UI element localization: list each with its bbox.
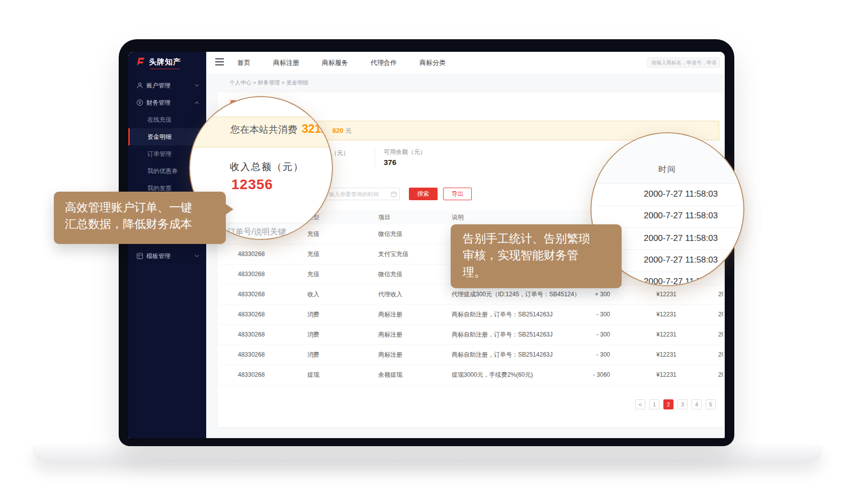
nav-item-trademark-register[interactable]: 商标注册 (273, 58, 299, 67)
page-button-2-active[interactable]: 2 (663, 399, 673, 409)
chevron-down-icon (195, 84, 199, 87)
cell-order: 48330268 (238, 285, 265, 304)
cell-order: 48330268 (238, 365, 265, 385)
cell-type: 充值 (307, 265, 319, 284)
calendar-icon (391, 191, 397, 197)
cell-balance: ¥12231 (656, 365, 676, 385)
cell-time: 2000-7-27 11:58:03 (718, 305, 723, 324)
laptop-base (33, 446, 822, 463)
magnified-time-header: 时间 (591, 164, 743, 175)
sidebar-item-label: 财务管理 (146, 99, 170, 107)
logo-icon (135, 57, 145, 67)
breadcrumb: 个人中心 > 财务管理 > 资金明细 (229, 79, 308, 87)
magnified-time-value: 2000-7-27 11:58:03 (644, 211, 718, 221)
cell-time: 2000-7-27 11:58:03 (718, 365, 723, 385)
cell-project: 商标注册 (378, 325, 402, 345)
cell-type: 充值 (307, 224, 319, 244)
person-icon (136, 82, 143, 89)
finance-icon (136, 99, 143, 106)
header-project[interactable]: 项目 (378, 210, 384, 224)
trademark-search-input[interactable] (647, 57, 720, 68)
sidebar-item-label: 我的优惠券 (147, 167, 178, 176)
cell-project: 微信充值 (378, 224, 402, 244)
page-button-3[interactable]: 3 (677, 399, 688, 409)
table-row: 48330268 消费 商标注册 商标自助注册，订单号：SB2514263J -… (218, 305, 723, 325)
stat-divider (375, 147, 375, 169)
logo-subtext-decoration (150, 68, 180, 69)
cell-time: 2000-7-27 11:58:03 (718, 285, 723, 304)
sidebar-item-finance[interactable]: 财务管理 (128, 94, 206, 111)
cell-amount: - 300 (596, 325, 610, 345)
sidebar-item-label: 我的发票 (147, 184, 172, 193)
sidebar-item-templates[interactable]: 模板管理 (128, 247, 206, 265)
cell-order: 48330268 (238, 345, 265, 365)
row-divider (596, 205, 738, 206)
top-nav: 首页 商标注册 商标服务 代理合作 商标分类 (237, 52, 446, 73)
cell-time: 2000-7-27 11:58:03 (718, 325, 723, 345)
logo-text: 头牌知产 (149, 57, 181, 67)
cell-amount: - 300 (596, 305, 610, 324)
cell-time: 2000-7-27 11:58:03 (718, 345, 723, 365)
cell-balance: ¥12231 (656, 285, 676, 304)
table-row: 48330268 消费 商标注册 商标自助注册，订单号：SB2514263J -… (218, 345, 723, 365)
nav-item-trademark-services[interactable]: 商标服务 (322, 58, 348, 67)
cell-type: 收入 (307, 285, 319, 304)
cell-project: 支付宝充值 (378, 244, 408, 264)
chevron-up-icon (195, 101, 199, 104)
nav-item-home[interactable]: 首页 (237, 58, 250, 67)
banner-unit: 元 (346, 127, 352, 134)
cell-order: 48330268 (238, 325, 265, 345)
sort-caret-icon (380, 213, 384, 220)
cell-amount: - 3060 (593, 365, 610, 385)
hamburger-menu-button[interactable] (215, 58, 224, 65)
cell-type: 消费 (307, 305, 319, 324)
page-button-4[interactable]: 4 (692, 399, 702, 409)
page-button-5[interactable]: 5 (706, 399, 716, 409)
stat-expense-label-fragment: （元） (331, 149, 349, 157)
prev-page-button[interactable]: < (635, 399, 645, 409)
magnified-banner-text: 您在本站共消费 32124 (230, 122, 333, 136)
magnified-income-value: 12356 (231, 177, 273, 193)
cell-balance: ¥12231 (656, 345, 676, 365)
cell-balance: ¥12231 (656, 305, 676, 324)
cell-project: 代理收入 (378, 285, 402, 304)
magnified-time-value: 2000-7-27 11:58:03 (644, 233, 718, 243)
nav-item-agency-cooperation[interactable]: 代理合作 (371, 58, 397, 67)
tooltip-left: 高效管理账户订单、一键 汇总数据，降低财务成本 (54, 192, 226, 244)
magnified-income-label: 收入总额（元） (230, 160, 304, 174)
stat-balance-label: 可用余额（元） (384, 148, 426, 156)
cell-order: 48330268 (238, 305, 265, 324)
cell-balance: ¥12231 (656, 325, 676, 345)
header-description: 说明 (452, 210, 464, 224)
page-button-1[interactable]: 1 (649, 399, 659, 409)
sidebar-item-online-recharge[interactable]: 在线充值 (128, 111, 206, 128)
cell-type: 消费 (307, 345, 319, 365)
sidebar-item-label: 在线充值 (147, 116, 172, 124)
magnified-time-value: 2000-7-27 11:58:03 (644, 189, 718, 199)
cell-project: 商标注册 (378, 345, 402, 365)
export-button[interactable]: 导出 (443, 188, 472, 200)
magnified-banner-prefix: 您在本站共消费 (230, 123, 297, 136)
sidebar: 头牌知产 账户管理 财务管理 (128, 52, 206, 438)
banner-amount: 820元 (332, 121, 352, 140)
search-button[interactable]: 搜索 (409, 188, 438, 200)
date-query-input[interactable] (324, 188, 400, 200)
sidebar-item-label: 模板管理 (146, 252, 170, 261)
cell-order: 48330268 (238, 265, 265, 284)
logo: 头牌知产 (135, 57, 181, 67)
cell-type: 提现 (307, 365, 319, 385)
cell-description: 提现3000元，手续费2%(60元) (452, 365, 533, 385)
nav-item-trademark-categories[interactable]: 商标分类 (419, 58, 446, 67)
cell-description: 商标自助注册，订单号：SB2514263J (452, 305, 553, 324)
sidebar-item-account[interactable]: 账户管理 (128, 77, 206, 94)
template-icon (136, 253, 143, 260)
banner-amount-number: 820 (332, 127, 344, 134)
sidebar-item-label: 资金明细 (147, 133, 172, 141)
cell-type: 充值 (307, 244, 319, 264)
table-row: 48330268 消费 商标注册 商标自助注册，订单号：SB2514263J -… (218, 325, 723, 345)
cell-description: 商标自助注册，订单号：SB2514263J (452, 325, 553, 345)
cell-order: 48330268 (238, 244, 265, 264)
cell-type: 消费 (307, 325, 319, 345)
stage: 头牌知产 账户管理 财务管理 (0, 0, 853, 504)
stat-balance-value: 376 (384, 158, 396, 166)
